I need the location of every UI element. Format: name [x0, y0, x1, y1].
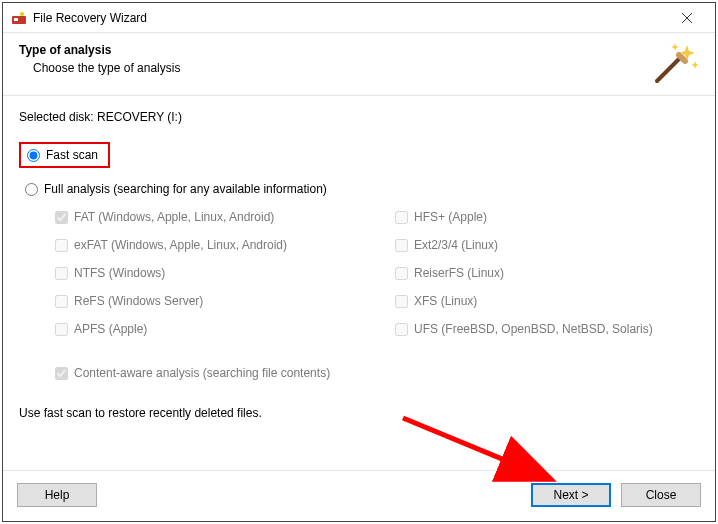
svg-point-2 [20, 12, 24, 16]
header-title: Type of analysis [19, 43, 651, 57]
fs-hfs: HFS+ (Apple) [395, 210, 695, 224]
fs-exfat: exFAT (Windows, Apple, Linux, Android) [55, 238, 395, 252]
fs-refs: ReFS (Windows Server) [55, 294, 395, 308]
help-button[interactable]: Help [17, 483, 97, 507]
fs-ufs-checkbox [395, 323, 408, 336]
svg-marker-6 [691, 61, 699, 69]
fs-refs-label: ReFS (Windows Server) [74, 294, 203, 308]
fs-reiserfs: ReiserFS (Linux) [395, 266, 695, 280]
fs-ufs: UFS (FreeBSD, OpenBSD, NetBSD, Solaris) [395, 322, 695, 336]
filesystem-options: FAT (Windows, Apple, Linux, Android) HFS… [55, 210, 699, 336]
window-title: File Recovery Wizard [33, 11, 147, 25]
wizard-header: Type of analysis Choose the type of anal… [3, 33, 715, 96]
fast-scan-highlight: Fast scan [19, 142, 110, 168]
content-aware-row: Content-aware analysis (searching file c… [55, 366, 699, 380]
wizard-icon [651, 43, 699, 83]
fs-reiserfs-checkbox [395, 267, 408, 280]
hint-text: Use fast scan to restore recently delete… [19, 406, 699, 420]
app-icon [11, 10, 27, 26]
content-aware-checkbox [55, 367, 68, 380]
fs-exfat-label: exFAT (Windows, Apple, Linux, Android) [74, 238, 287, 252]
fs-fat-checkbox [55, 211, 68, 224]
titlebar: File Recovery Wizard [3, 3, 715, 33]
fs-apfs-label: APFS (Apple) [74, 322, 147, 336]
fs-exfat-checkbox [55, 239, 68, 252]
svg-rect-1 [14, 18, 18, 21]
fs-fat: FAT (Windows, Apple, Linux, Android) [55, 210, 395, 224]
window-close-button[interactable] [667, 4, 707, 32]
fs-hfs-label: HFS+ (Apple) [414, 210, 487, 224]
option-full-analysis-row: Full analysis (searching for any availab… [25, 182, 699, 196]
fs-ntfs-checkbox [55, 267, 68, 280]
next-button[interactable]: Next > [531, 483, 611, 507]
fast-scan-label[interactable]: Fast scan [46, 148, 98, 162]
fs-refs-checkbox [55, 295, 68, 308]
fs-reiserfs-label: ReiserFS (Linux) [414, 266, 504, 280]
wizard-content: Selected disk: RECOVERY (I:) Fast scan F… [3, 96, 715, 470]
svg-marker-7 [671, 43, 679, 51]
wizard-footer: Help Next > Close [3, 470, 715, 521]
fs-ext-label: Ext2/3/4 (Linux) [414, 238, 498, 252]
fs-ntfs-label: NTFS (Windows) [74, 266, 165, 280]
fs-ext-checkbox [395, 239, 408, 252]
full-analysis-radio[interactable] [25, 183, 38, 196]
option-fast-scan-row: Fast scan [19, 142, 699, 168]
fs-ext: Ext2/3/4 (Linux) [395, 238, 695, 252]
full-analysis-label[interactable]: Full analysis (searching for any availab… [44, 182, 327, 196]
header-subtitle: Choose the type of analysis [33, 61, 651, 75]
fs-ufs-label: UFS (FreeBSD, OpenBSD, NetBSD, Solaris) [414, 322, 653, 336]
fs-hfs-checkbox [395, 211, 408, 224]
fs-xfs: XFS (Linux) [395, 294, 695, 308]
content-aware-label: Content-aware analysis (searching file c… [74, 366, 330, 380]
selected-disk-label: Selected disk: RECOVERY (I:) [19, 110, 699, 124]
fs-apfs: APFS (Apple) [55, 322, 395, 336]
fs-xfs-checkbox [395, 295, 408, 308]
fast-scan-radio[interactable] [27, 149, 40, 162]
close-icon [682, 13, 692, 23]
fs-apfs-checkbox [55, 323, 68, 336]
fs-xfs-label: XFS (Linux) [414, 294, 477, 308]
fs-fat-label: FAT (Windows, Apple, Linux, Android) [74, 210, 274, 224]
fs-ntfs: NTFS (Windows) [55, 266, 395, 280]
wizard-window: File Recovery Wizard Type of analysis Ch… [2, 2, 716, 522]
close-button[interactable]: Close [621, 483, 701, 507]
